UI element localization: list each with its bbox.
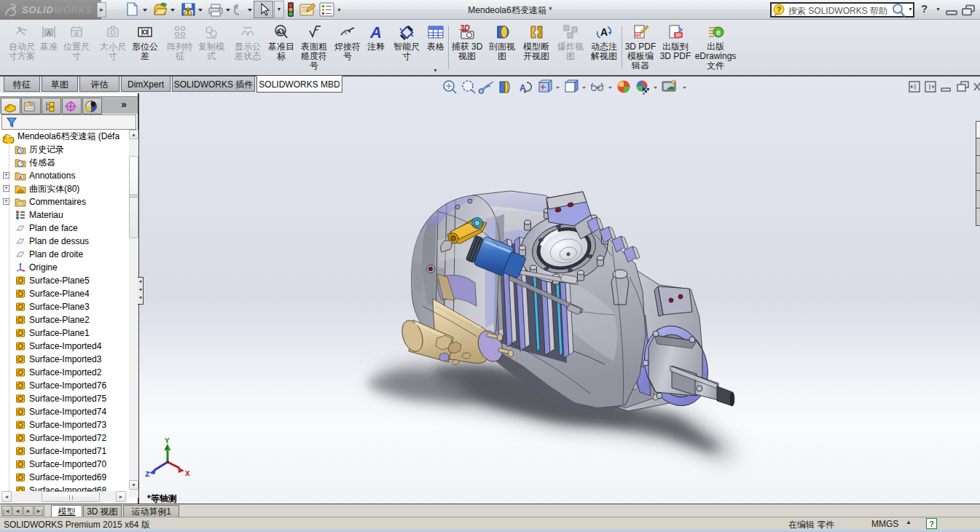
svg-text:X: X (185, 469, 190, 478)
svg-text:A: A (600, 26, 608, 38)
svg-text:A1: A1 (277, 28, 285, 35)
svg-text:A: A (47, 29, 52, 36)
svg-text:Z: Z (145, 470, 150, 478)
svg-text:?: ? (777, 5, 782, 14)
svg-text:3D: 3D (675, 33, 681, 37)
svg-text:A: A (369, 23, 382, 41)
svg-text:Y: Y (165, 437, 170, 445)
svg-text:e: e (716, 28, 721, 36)
